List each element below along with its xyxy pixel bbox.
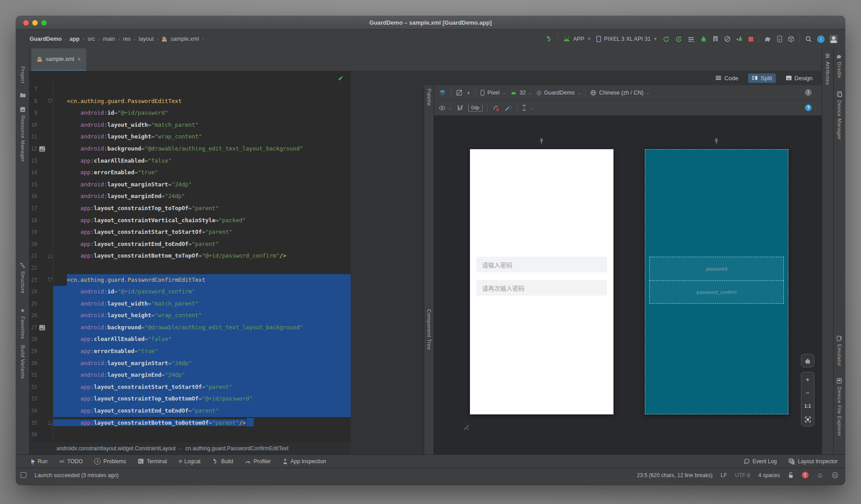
- code-line-16[interactable]: 16 android:layout_marginEnd="24dp": [30, 190, 351, 202]
- run-configuration-selector[interactable]: APP ▼: [563, 36, 591, 42]
- code-text[interactable]: android:layout_marginStart="24dp": [53, 179, 351, 191]
- code-line-20[interactable]: 20 app:layout_constraintEnd_toEndOf="par…: [30, 238, 351, 250]
- code-line-26[interactable]: 26 android:layout_height="wrap_content": [30, 310, 351, 322]
- code-text[interactable]: app:layout_constraintTop_toBottomOf="@+i…: [53, 393, 351, 405]
- pack-selector[interactable]: ⌄: [522, 104, 533, 111]
- apply-code-changes-icon[interactable]: [675, 35, 683, 43]
- fold-close-icon[interactable]: [47, 250, 53, 262]
- code-line-24[interactable]: 24 android:id="@+id/password_confirm": [30, 286, 351, 298]
- breadcrumb-item[interactable]: layout: [139, 36, 153, 42]
- code-line-29[interactable]: 29 app:errorEnabled="true": [30, 345, 351, 358]
- code-line-31[interactable]: 31 android:layout_marginEnd="24dp": [30, 369, 351, 381]
- code-line-11[interactable]: 11 android:layout_height="wrap_content": [30, 131, 351, 143]
- code-line-18[interactable]: 18 app:layout_constraintVertical_chainSt…: [30, 215, 351, 227]
- infer-constraints-icon[interactable]: [504, 104, 512, 112]
- default-margin-selector[interactable]: 0dp: [468, 104, 483, 112]
- code-line-7[interactable]: 7: [30, 83, 351, 95]
- indent-indicator[interactable]: 4 spaces: [758, 472, 780, 478]
- code-line-10[interactable]: 10 android:layout_width="match_parent": [30, 119, 351, 131]
- code-line-22[interactable]: 22: [30, 262, 351, 274]
- toolwindow-terminal[interactable]: Terminal: [138, 458, 167, 465]
- breadcrumb-constraintlayout[interactable]: androidx.constraintlayout.widget.Constra…: [57, 445, 176, 452]
- code-text[interactable]: app:layout_constraintEnd_toEndOf="parent…: [53, 238, 351, 250]
- render-warning-icon[interactable]: !: [805, 89, 812, 96]
- title-bar[interactable]: GuardDemo – sample.xml [GuardDemo.app]: [16, 16, 845, 30]
- code-text[interactable]: app:layout_constraintEnd_toEndOf="parent…: [53, 405, 351, 417]
- locale-selector[interactable]: Chinese (zh / CN) ⌄: [590, 90, 650, 96]
- sidebar-item-attributes[interactable]: Attributes: [822, 53, 833, 85]
- design-surface-selector-icon[interactable]: [439, 89, 446, 96]
- code-line-19[interactable]: 19 app:layout_constraintStart_toStartOf=…: [30, 226, 351, 238]
- code-text[interactable]: <cn.authing.guard.PasswordConfirmEditTex…: [53, 274, 351, 286]
- code-line-14[interactable]: 14 app:errorEnabled="true": [30, 167, 351, 179]
- toolwindow-problems[interactable]: ! Problems: [94, 458, 126, 465]
- code-text[interactable]: android:layout_width="match_parent": [53, 119, 351, 131]
- tool-window-switcher-icon[interactable]: [21, 472, 26, 478]
- code-text[interactable]: android:background="@drawable/authing_ed…: [53, 143, 351, 155]
- toolwindow-todo[interactable]: ≔ TODO: [59, 458, 83, 465]
- toolwindow-run[interactable]: Run: [31, 458, 48, 465]
- attach-debugger-icon[interactable]: [736, 35, 744, 43]
- code-line-32[interactable]: 32 app:layout_constraintStart_toStartOf=…: [30, 381, 351, 393]
- device-for-preview-selector[interactable]: Pixel ⌄: [480, 90, 506, 96]
- inspection-ok-icon[interactable]: ✔: [338, 74, 344, 82]
- api-level-selector[interactable]: 32 ⌄: [510, 90, 532, 96]
- toolwindow-logcat[interactable]: ≡ Logcat: [179, 458, 201, 465]
- blueprint-password-confirm-box[interactable]: password_confirm: [649, 280, 784, 304]
- mode-split-button[interactable]: Split: [748, 73, 775, 83]
- sidebar-item-gradle[interactable]: Gradle: [834, 54, 845, 78]
- code-line-23[interactable]: 23 <cn.authing.guard.PasswordConfirmEdit…: [30, 274, 351, 286]
- password-confirm-input-preview[interactable]: 请再次输入密码: [476, 280, 607, 296]
- help-icon[interactable]: ?: [805, 104, 812, 111]
- code-text[interactable]: android:id="@+id/password": [53, 107, 351, 119]
- code-text[interactable]: android:layout_marginEnd="24dp": [53, 190, 351, 202]
- code-text[interactable]: android:layout_height="wrap_content": [53, 131, 351, 143]
- breadcrumb-item[interactable]: app: [70, 36, 79, 42]
- code-line-15[interactable]: 15 android:layout_marginStart="24dp": [30, 179, 351, 191]
- code-line-13[interactable]: 13 app:clearAllEnabled="false": [30, 155, 351, 167]
- drawable-preview-icon[interactable]: [37, 322, 47, 334]
- code-text[interactable]: android:layout_marginEnd="24dp": [53, 369, 351, 381]
- toolwindow-build[interactable]: Build: [212, 458, 233, 465]
- code-text[interactable]: android:layout_marginStart="24dp": [53, 358, 351, 370]
- code-text[interactable]: app:clearAllEnabled="false": [53, 155, 351, 167]
- orientation-icon[interactable]: [456, 89, 463, 96]
- zoom-out-button[interactable]: −: [801, 386, 814, 399]
- view-options-selector[interactable]: ⌄: [439, 105, 452, 111]
- code-text[interactable]: app:layout_constraintVertical_chainStyle…: [53, 215, 351, 227]
- palette-strip-label[interactable]: Palette: [426, 89, 432, 106]
- toolwindow-app-inspection[interactable]: App Inspection: [283, 458, 326, 465]
- code-text[interactable]: [53, 429, 351, 441]
- theme-selector[interactable]: ◎ GuardDemo ⌄: [536, 89, 581, 96]
- design-surface[interactable]: 请输入密码 请再次输入密码 password: [434, 116, 822, 454]
- code-line-34[interactable]: 34 app:layout_constraintEnd_toEndOf="par…: [30, 405, 351, 417]
- unlocked-icon[interactable]: [788, 472, 794, 478]
- encoding-indicator[interactable]: UTF-8: [735, 472, 750, 478]
- code-text[interactable]: app:layout_constraintTop_toTopOf="parent…: [53, 202, 351, 215]
- sidebar-item-structure[interactable]: Structure: [16, 263, 29, 293]
- profile-avatar[interactable]: [830, 35, 838, 43]
- sidebar-item-project[interactable]: Project: [16, 66, 29, 84]
- code-line-30[interactable]: 30 android:layout_marginStart="24dp": [30, 358, 351, 370]
- code-text[interactable]: android:id="@+id/password_confirm": [53, 286, 351, 298]
- password-input-preview[interactable]: 请输入密码: [476, 257, 607, 272]
- clear-constraints-icon[interactable]: [492, 104, 500, 112]
- stop-icon[interactable]: [748, 37, 753, 42]
- code-line-12[interactable]: 12 android:background="@drawable/authing…: [30, 143, 351, 155]
- toolwindow-profiler[interactable]: Profiler: [245, 458, 271, 465]
- device-selector[interactable]: PIXEL 3 XL API 31 ▼: [596, 35, 657, 43]
- code-text[interactable]: app:layout_constraintBottom_toBottomOf="…: [53, 417, 351, 429]
- code-text[interactable]: android:background="@drawable/authing_ed…: [53, 322, 351, 334]
- code-text[interactable]: app:clearAllEnabled="false": [53, 333, 351, 345]
- night-mode-icon[interactable]: ◐: [467, 89, 471, 96]
- breadcrumb-passwordconfirmedittext[interactable]: cn.authing.guard.PasswordConfirmEditText: [185, 445, 288, 452]
- debug-icon[interactable]: [700, 35, 707, 43]
- sdk-manager-icon[interactable]: [787, 35, 795, 43]
- blueprint-password-box[interactable]: password: [649, 257, 784, 281]
- rerun-app-icon[interactable]: [662, 35, 670, 43]
- code-line-27[interactable]: 27 android:background="@drawable/authing…: [30, 322, 351, 334]
- code-line-25[interactable]: 25 android:layout_width="match_parent": [30, 298, 351, 310]
- blueprint-preview-phone[interactable]: password password_confirm: [645, 149, 788, 414]
- component-tree-strip-label[interactable]: Component Tree: [426, 309, 432, 350]
- zoom-in-button[interactable]: +: [801, 372, 814, 386]
